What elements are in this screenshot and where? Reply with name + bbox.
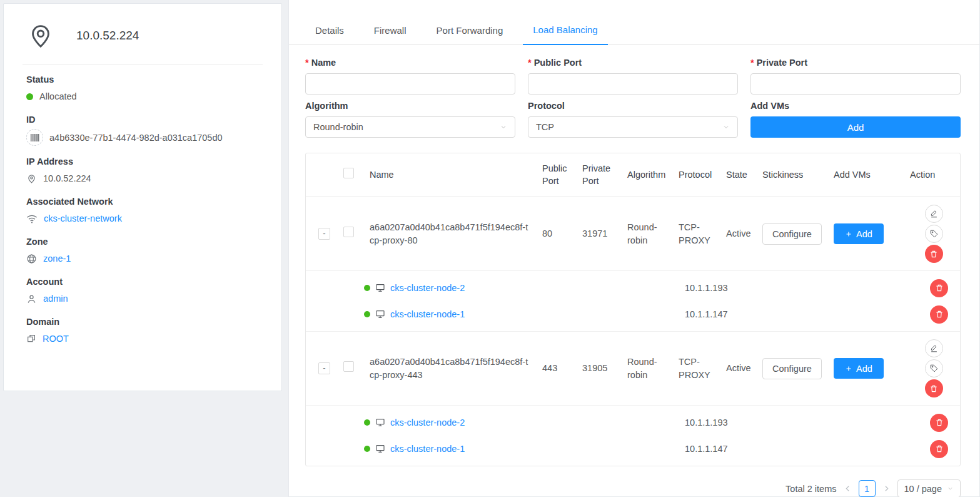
rule-name: a6a0207a0d40b41ca8b471f5f194ec8f-tcp-pro… (365, 217, 537, 251)
table-row: - a6a0207a0d40b41ca8b471f5f194ec8f-tcp-p… (306, 332, 960, 406)
configure-stickiness-button[interactable]: Configure (762, 223, 822, 245)
tab-bar: Details Firewall Port Forwarding Load Ba… (289, 0, 979, 45)
rule-state: Active (721, 223, 757, 244)
pencil-icon (929, 344, 939, 353)
delete-rule-button[interactable] (925, 379, 943, 397)
add-vm-to-rule-button[interactable]: Add (834, 223, 884, 244)
tab-firewall[interactable]: Firewall (364, 16, 417, 44)
vm-monitor-icon (375, 418, 385, 428)
page-title: 10.0.52.224 (76, 29, 139, 43)
barcode-icon (26, 129, 43, 146)
ip-details-card: 10.0.52.224 Status Allocated ID a4b63 (3, 3, 282, 391)
add-vm-to-rule-button[interactable]: Add (834, 358, 884, 379)
section-domain: Domain ROOT (26, 317, 263, 346)
field-algorithm: Algorithm Round-robin (305, 101, 515, 138)
add-vm-button-label: Add (856, 229, 872, 239)
plus-icon (845, 365, 852, 372)
add-rule-form: *Name *Public Port *Private Port Algorit… (289, 45, 979, 153)
remove-vm-button[interactable] (930, 414, 948, 432)
vm-monitor-icon (375, 283, 385, 293)
chevron-down-icon (947, 485, 954, 492)
header-state: State (721, 160, 757, 191)
pin-icon (26, 173, 37, 184)
tab-port-forwarding[interactable]: Port Forwarding (427, 16, 513, 44)
lb-rules-table: Name Public Port Private Port Algorithm … (305, 153, 961, 466)
next-page-button[interactable] (881, 483, 892, 494)
select-all-checkbox[interactable] (343, 168, 354, 178)
header-name: Name (365, 160, 537, 191)
collapse-row-button[interactable]: - (318, 228, 330, 240)
trash-icon (935, 284, 944, 292)
account-link[interactable]: admin (43, 294, 68, 304)
public-port-input[interactable] (528, 73, 738, 95)
field-private-port: *Private Port (750, 58, 961, 95)
tag-rule-button[interactable] (925, 225, 943, 243)
rule-private-port: 31971 (577, 223, 622, 244)
edit-rule-button[interactable] (925, 205, 943, 223)
rule-private-port: 31905 (577, 358, 622, 379)
domain-blocks-icon (26, 334, 36, 344)
page-size-select[interactable]: 10 / page (897, 479, 961, 497)
chevron-right-icon (882, 484, 891, 493)
rule-public-port: 443 (537, 358, 577, 379)
vm-row: cks-cluster-node-2 10.1.1.193 (306, 275, 960, 301)
rule-algorithm: Round-robin (622, 352, 674, 386)
vm-link[interactable]: cks-cluster-node-1 (390, 309, 465, 319)
tag-icon (929, 364, 939, 373)
previous-page-button[interactable] (842, 483, 853, 494)
vm-link[interactable]: cks-cluster-node-1 (390, 444, 465, 454)
zone-link[interactable]: zone-1 (43, 254, 71, 264)
tab-details[interactable]: Details (305, 16, 354, 44)
private-port-input[interactable] (750, 73, 961, 95)
status-dot-icon (26, 93, 33, 100)
add-rule-button[interactable]: Add (750, 116, 961, 138)
network-link[interactable]: cks-cluster-network (44, 213, 122, 223)
pagination: Total 2 items 1 10 / page (289, 479, 961, 497)
vm-link[interactable]: cks-cluster-node-2 (390, 418, 465, 428)
vm-ip: 10.1.1.147 (685, 444, 930, 454)
page-number-button[interactable]: 1 (859, 480, 876, 497)
tab-load-balancing[interactable]: Load Balancing (523, 16, 607, 45)
domain-link[interactable]: ROOT (43, 334, 69, 344)
chevron-left-icon (844, 484, 852, 493)
status-value: Allocated (39, 91, 77, 101)
table-row: - a6a0207a0d40b41ca8b471f5f194ec8f-tcp-p… (306, 197, 960, 271)
remove-vm-button[interactable] (930, 305, 948, 324)
id-value: a4b6330e-77b1-4474-982d-a031ca1705d0 (49, 133, 223, 143)
field-name: *Name (305, 58, 515, 95)
protocol-selected-value: TCP (536, 122, 554, 132)
protocol-select[interactable]: TCP (528, 116, 738, 138)
algorithm-selected-value: Round-robin (313, 122, 363, 132)
table-header-row: Name Public Port Private Port Algorithm … (306, 153, 960, 197)
vm-ip: 10.1.1.193 (685, 283, 930, 293)
detail-panel: Details Firewall Port Forwarding Load Ba… (288, 0, 980, 497)
collapse-row-button[interactable]: - (318, 362, 330, 374)
row-checkbox[interactable] (343, 361, 354, 372)
delete-rule-button[interactable] (925, 245, 943, 263)
header-protocol: Protocol (674, 160, 721, 191)
private-port-field-label: Private Port (757, 58, 807, 68)
ip-address-label: IP Address (26, 156, 263, 167)
name-input[interactable] (305, 73, 515, 95)
edit-rule-button[interactable] (925, 339, 943, 357)
name-field-label: Name (311, 58, 336, 68)
row-checkbox[interactable] (343, 227, 354, 237)
total-items-label: Total 2 items (786, 484, 836, 494)
remove-vm-button[interactable] (930, 440, 948, 458)
remove-vm-button[interactable] (930, 279, 948, 297)
zone-label: Zone (26, 237, 263, 247)
vm-status-dot-icon (364, 446, 370, 452)
required-asterisk: * (528, 58, 532, 68)
add-rule-button-label: Add (847, 122, 864, 133)
vm-status-dot-icon (364, 419, 370, 426)
algorithm-select[interactable]: Round-robin (305, 116, 515, 138)
chevron-down-icon (722, 123, 730, 131)
field-public-port: *Public Port (528, 58, 738, 95)
section-zone: Zone zone-1 (26, 237, 263, 266)
tag-rule-button[interactable] (925, 359, 943, 377)
header-private-port: Private Port (577, 153, 622, 197)
rule-state: Active (721, 358, 757, 379)
globe-icon (26, 254, 37, 264)
configure-stickiness-button[interactable]: Configure (762, 358, 822, 379)
vm-link[interactable]: cks-cluster-node-2 (390, 283, 465, 293)
